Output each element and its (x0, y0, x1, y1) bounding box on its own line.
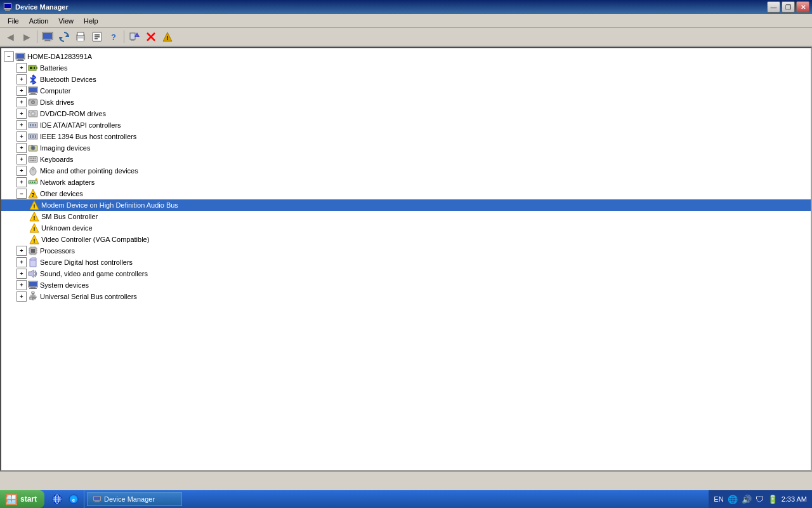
other-devices-expander[interactable]: − (16, 189, 27, 199)
ieee1394-expander[interactable]: + (16, 131, 27, 142)
svg-rect-70 (34, 182, 36, 183)
sound-expander[interactable]: + (16, 269, 27, 279)
svg-text:!: ! (167, 35, 169, 41)
tree-item-processors[interactable]: + Processors (1, 245, 811, 257)
restore-button[interactable]: ❐ (782, 1, 795, 13)
bluetooth-label: Bluetooth Devices (40, 76, 96, 83)
bluetooth-expander[interactable]: + (16, 74, 27, 84)
properties-button[interactable] (89, 29, 105, 44)
svg-text:!: ! (34, 215, 36, 221)
tray-network-icon[interactable]: 🌐 (728, 495, 738, 504)
svg-text:!: ! (34, 203, 36, 210)
svg-rect-49 (30, 135, 31, 138)
menu-file[interactable]: File (3, 16, 24, 26)
remove-button[interactable] (143, 29, 159, 44)
quicklaunch-ie[interactable] (49, 491, 65, 507)
device-tree: − HOME-DA1283991A + Batteries + (0, 47, 812, 471)
tree-item-network[interactable]: + Network adapters (1, 177, 811, 188)
mice-expander[interactable]: + (16, 166, 27, 176)
tree-item-dvd[interactable]: + DVD/CD-ROM drives (1, 108, 811, 119)
tree-item-ide[interactable]: + IDE ATA/ATAPI controllers (1, 119, 811, 131)
tree-item-unknown[interactable]: ! Unknown device (1, 222, 811, 234)
help-button[interactable]: ? (106, 29, 121, 44)
dvd-expander[interactable]: + (16, 109, 27, 119)
tree-item-diskdrives[interactable]: + Disk drives (1, 97, 811, 108)
svg-point-38 (32, 102, 34, 103)
start-windows-logo: 🪟 (5, 493, 18, 505)
tree-item-sdcard[interactable]: + Secure Digital host controllers (1, 257, 811, 268)
tree-item-sound[interactable]: + Sound, video and game controllers (1, 268, 811, 279)
tree-item-smbus[interactable]: ! SM Bus Controller (1, 211, 811, 222)
scan-hardware-button[interactable]: ! (127, 29, 142, 44)
computer-label: Computer (40, 87, 70, 95)
computer-expander[interactable]: + (16, 86, 27, 96)
computer-button[interactable] (40, 29, 55, 44)
taskbar-dm-label: Device Manager (104, 495, 155, 503)
svg-rect-102 (30, 287, 36, 288)
modem-icon: ! (29, 200, 39, 210)
batteries-expander[interactable]: + (16, 63, 27, 73)
svg-rect-63 (35, 160, 36, 161)
print-button[interactable] (73, 29, 88, 44)
ide-icon (28, 120, 38, 130)
keyboards-expander[interactable]: + (16, 154, 27, 164)
svg-rect-35 (29, 94, 37, 95)
tree-item-ieee1394[interactable]: + IEEE 1394 Bus host controllers (1, 131, 811, 142)
network-expander[interactable]: + (16, 177, 27, 187)
update-driver-button[interactable]: ! (160, 29, 175, 44)
tree-item-bluetooth[interactable]: + Bluetooth Devices (1, 74, 811, 85)
tree-item-keyboards[interactable]: + Keyboards (1, 154, 811, 165)
forward-button[interactable]: ▶ (19, 29, 34, 44)
sdcard-label: Secure Digital host controllers (40, 258, 133, 266)
tree-item-system[interactable]: + System devices (1, 279, 811, 291)
svg-point-66 (32, 167, 34, 170)
menu-bar: File Action View Help (0, 14, 812, 28)
processors-icon (28, 246, 38, 256)
diskdrives-icon (28, 97, 38, 107)
tray-battery-icon[interactable]: 🔋 (768, 495, 778, 504)
tray-volume-icon[interactable]: 🔊 (742, 495, 752, 504)
tree-item-computer[interactable]: + Computer (1, 85, 811, 97)
system-expander[interactable]: + (16, 280, 27, 290)
tree-item-video[interactable]: ! Video Controller (VGA Compatible) (1, 234, 811, 245)
tree-item-usb[interactable]: + Universal Serial Bus controllers (1, 291, 811, 302)
refresh-button[interactable] (56, 29, 72, 44)
tree-item-imaging[interactable]: + Imaging devices (1, 142, 811, 154)
ide-expander[interactable]: + (16, 120, 27, 130)
diskdrives-expander[interactable]: + (16, 97, 27, 107)
minimize-button[interactable]: — (767, 1, 780, 13)
svg-rect-62 (31, 160, 34, 161)
tree-item-other-devices[interactable]: − ? Other devices (1, 188, 811, 199)
tray-antivirus-icon[interactable]: 🛡 (756, 495, 764, 504)
taskbar: 🪟 start e (0, 490, 812, 508)
quicklaunch-browser[interactable]: e (66, 491, 81, 507)
tree-item-batteries[interactable]: + Batteries (1, 62, 811, 74)
menu-help[interactable]: Help (79, 16, 103, 26)
system-label: System devices (40, 281, 89, 289)
processors-expander[interactable]: + (16, 246, 27, 256)
svg-rect-17 (131, 39, 134, 41)
root-expander[interactable]: − (4, 51, 14, 62)
imaging-expander[interactable]: + (16, 143, 27, 153)
batteries-label: Batteries (40, 64, 67, 72)
tree-root[interactable]: − HOME-DA1283991A (1, 51, 811, 62)
dvd-label: DVD/CD-ROM drives (40, 110, 106, 117)
svg-rect-107 (30, 297, 32, 299)
close-button[interactable]: ✕ (796, 1, 809, 13)
menu-view[interactable]: View (53, 16, 79, 26)
start-button[interactable]: 🪟 start (0, 490, 44, 508)
tree-item-mice[interactable]: + Mice and other pointing devices (1, 165, 811, 177)
usb-expander[interactable]: + (16, 291, 27, 302)
sound-icon (28, 269, 38, 279)
svg-rect-4 (43, 33, 52, 39)
lang-indicator: EN (714, 495, 723, 503)
back-button[interactable]: ◀ (3, 29, 18, 44)
menu-action[interactable]: Action (24, 16, 54, 26)
svg-text:?: ? (31, 192, 35, 198)
svg-text:!: ! (34, 226, 36, 232)
usb-icon (28, 291, 38, 302)
sdcard-expander[interactable]: + (16, 257, 27, 267)
svg-rect-45 (30, 124, 31, 126)
taskbar-device-manager[interactable]: Device Manager (87, 492, 182, 506)
tree-item-modem[interactable]: ! Modem Device on High Definition Audio … (1, 199, 811, 211)
